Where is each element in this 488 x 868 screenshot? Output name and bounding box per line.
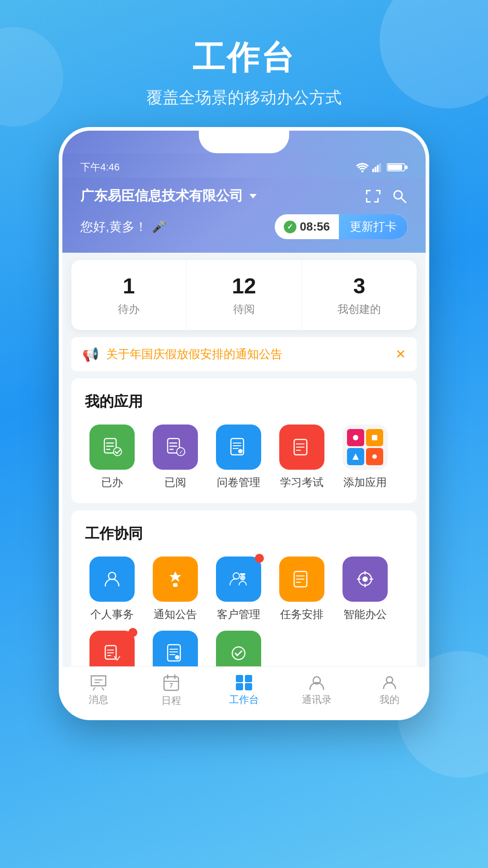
wifi-icon: [356, 162, 369, 172]
nav-item-messages[interactable]: 消息: [62, 674, 135, 708]
app-icon-task: [279, 557, 324, 602]
client-icon: [227, 568, 250, 590]
search-icon[interactable]: [391, 188, 408, 204]
survey-icon: [227, 436, 250, 458]
app-icon-survey: [216, 425, 261, 470]
svg-rect-67: [245, 675, 252, 682]
app-item-survey[interactable]: 问卷管理: [211, 425, 266, 490]
app-icon-exam: [279, 425, 324, 470]
stat-created-label: 我创建的: [311, 302, 408, 316]
app-icon-personal: [89, 557, 135, 602]
check-icon: ✓: [284, 221, 296, 233]
header-icons: [364, 188, 408, 204]
app-header-top: 广东易臣信息技术有限公司: [80, 187, 408, 205]
announcement-text: 关于年国庆假放假安排的通知公告: [106, 346, 388, 362]
my-apps-title: 我的应用: [85, 392, 403, 412]
svg-rect-31: [372, 435, 377, 440]
phone-mockup: 下午4:46: [59, 127, 429, 720]
signal-icon: [372, 162, 383, 172]
app-item-notice[interactable]: 通知公告: [148, 557, 202, 622]
checkin-badge[interactable]: ✓ 08:56 更新打卡: [275, 214, 408, 239]
company-name[interactable]: 广东易臣信息技术有限公司: [80, 187, 257, 205]
app-label-exam: 学习考试: [280, 475, 324, 490]
stat-unread-label: 待阅: [196, 302, 292, 316]
microphone-icon[interactable]: 🎤: [152, 220, 166, 234]
svg-point-44: [362, 576, 368, 582]
checkin-button[interactable]: 更新打卡: [339, 214, 408, 239]
app-item-exam[interactable]: 学习考试: [275, 425, 329, 490]
work-collab-title: 工作协同: [85, 524, 403, 544]
svg-text:7: 7: [169, 682, 173, 689]
announcement-close-icon[interactable]: ✕: [395, 347, 406, 362]
nav-item-contacts[interactable]: 通讯录: [280, 674, 353, 708]
app-item-add[interactable]: 添加应用: [338, 425, 392, 490]
svg-point-33: [372, 454, 377, 459]
svg-line-9: [401, 198, 406, 203]
svg-rect-4: [379, 163, 381, 172]
nav-label-messages: 消息: [89, 693, 108, 707]
svg-rect-7: [405, 165, 408, 169]
app-item-read[interactable]: ✓ 已阅: [148, 425, 202, 490]
app-item-personal[interactable]: 个人事务: [85, 557, 139, 622]
svg-point-0: [361, 170, 364, 173]
smart-icon: [354, 568, 376, 590]
checkin-time: ✓ 08:56: [275, 215, 339, 238]
nav-item-schedule[interactable]: 7 日程: [135, 674, 208, 708]
svg-point-30: [353, 435, 358, 440]
personal-icon: [101, 568, 123, 590]
bottom-nav: 消息 7 日程: [62, 666, 426, 717]
app-icon-notice: [153, 557, 198, 602]
stats-card: 1 待办 12 待阅 3 我创建的: [71, 260, 417, 330]
greeting-text: 您好,黄多！ 🎤: [80, 218, 166, 236]
app-icon-smart: [343, 557, 388, 602]
nav-label-workspace: 工作台: [229, 693, 259, 707]
app-label-task: 任务安排: [280, 607, 324, 622]
nav-item-workspace[interactable]: 工作台: [208, 674, 281, 708]
app-icon-client: [216, 557, 261, 602]
svg-point-25: [238, 449, 243, 453]
status-icons: [356, 162, 408, 172]
app-item-smart[interactable]: 智能办公: [338, 557, 392, 622]
svg-point-37: [240, 575, 245, 580]
my-apps-grid: 已办 ✓ 已阅: [85, 425, 403, 490]
phone-screen: 下午4:46: [62, 153, 426, 717]
notice-icon: [164, 568, 187, 590]
app-item-client[interactable]: 客户管理: [211, 557, 266, 622]
svg-rect-68: [236, 683, 243, 690]
svg-rect-69: [245, 683, 252, 690]
expand-icon[interactable]: [364, 188, 380, 204]
workgroup-icon: [227, 642, 250, 665]
announcement-bar[interactable]: 📢 关于年国庆假放假安排的通知公告 ✕: [71, 337, 417, 371]
nav-label-profile: 我的: [380, 693, 399, 707]
app-label-read: 已阅: [164, 475, 186, 490]
report-icon: [101, 642, 123, 665]
contacts-nav-icon: [308, 674, 325, 690]
dropdown-arrow-icon: [249, 194, 257, 198]
svg-rect-1: [372, 169, 374, 172]
app-item-done[interactable]: 已办: [85, 425, 139, 490]
stat-pending-label: 待办: [80, 302, 177, 316]
stat-created-number: 3: [311, 274, 408, 298]
svg-point-34: [108, 572, 116, 580]
status-bar: 下午4:46: [62, 153, 426, 178]
app-label-personal: 个人事务: [90, 607, 134, 622]
client-badge: [255, 554, 264, 563]
stat-item-unread[interactable]: 12 待阅: [187, 260, 302, 330]
svg-marker-32: [352, 453, 359, 460]
svg-rect-38: [240, 573, 245, 575]
svg-rect-3: [377, 165, 379, 172]
done-icon: [101, 436, 123, 458]
stat-item-pending[interactable]: 1 待办: [71, 260, 187, 330]
schedule-nav-icon: 7: [163, 674, 179, 691]
exam-icon: [291, 436, 313, 458]
stat-item-created[interactable]: 3 我创建的: [302, 260, 417, 330]
app-item-task[interactable]: 任务安排: [275, 557, 329, 622]
messages-nav-icon: [89, 674, 108, 690]
app-header: 广东易臣信息技术有限公司 您好,黄多！: [62, 178, 426, 253]
nav-item-profile[interactable]: 我的: [353, 674, 426, 708]
profile-nav-icon: [381, 674, 398, 690]
read-icon: ✓: [164, 436, 187, 458]
report-badge: [128, 628, 137, 637]
app-label-client: 客户管理: [217, 607, 260, 622]
app-label-smart: 智能办公: [343, 607, 387, 622]
